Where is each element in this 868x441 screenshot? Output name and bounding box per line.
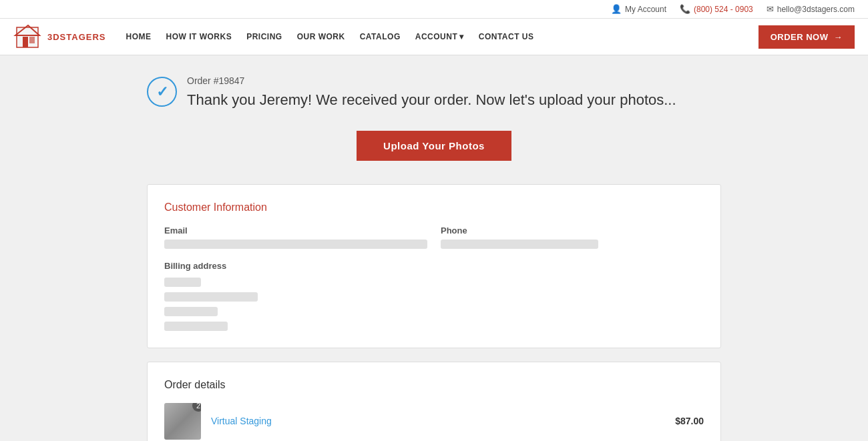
customer-info-title: Customer Information [164, 201, 704, 213]
phone-number: (800) 524 - 0903 [694, 5, 753, 14]
nav-home[interactable]: HOME [126, 32, 152, 41]
email-address: hello@3dstagers.com [777, 5, 855, 14]
account-label: My Account [625, 5, 666, 14]
svg-rect-2 [23, 37, 28, 47]
order-number: Order #19847 [187, 75, 676, 86]
billing-lines [164, 278, 704, 331]
email-icon: ✉ [767, 4, 774, 14]
main-content: ✓ Order #19847 Thank you Jeremy! We rece… [134, 55, 734, 441]
account-link[interactable]: 👤 My Account [611, 4, 666, 14]
email-field: Email [164, 226, 427, 249]
billing-label: Billing address [164, 261, 704, 271]
email-label: Email [164, 226, 427, 236]
billing-line-4 [164, 322, 228, 331]
contact-info-grid: Email Phone [164, 226, 704, 249]
product-name[interactable]: Virtual Staging [211, 416, 665, 426]
order-message: Thank you Jeremy! We received your order… [187, 90, 676, 111]
order-details-title: Order details [164, 379, 704, 391]
chevron-down-icon: ▾ [459, 32, 464, 41]
phone-value-blurred [441, 240, 598, 249]
order-confirmation: ✓ Order #19847 Thank you Jeremy! We rece… [147, 75, 721, 111]
nav-links: HOME HOW IT WORKS PRICING OUR WORK CATAL… [126, 32, 758, 41]
email-value-blurred [164, 240, 427, 249]
billing-line-2 [164, 292, 258, 302]
order-now-button[interactable]: ORDER NOW → [758, 25, 855, 49]
nav-account-label: ACCOUNT [415, 32, 458, 41]
nav-catalog[interactable]: CATALOG [360, 32, 401, 41]
phone-icon: 📞 [680, 4, 690, 14]
nav-how-it-works[interactable]: HOW IT WORKS [166, 32, 232, 41]
billing-section: Billing address [164, 261, 704, 331]
top-bar: 👤 My Account 📞 (800) 524 - 0903 ✉ hello@… [0, 0, 868, 19]
upload-section: Upload Your Photos [147, 131, 721, 161]
order-text: Order #19847 Thank you Jeremy! We receiv… [187, 75, 676, 111]
logo-text: 3DSTAGERS [47, 32, 106, 42]
phone-label: Phone [441, 226, 704, 236]
billing-line-1 [164, 278, 201, 287]
logo[interactable]: 3DSTAGERS [13, 22, 106, 52]
nav-contact-us[interactable]: CONTACT US [479, 32, 534, 41]
nav-account[interactable]: ACCOUNT ▾ [415, 32, 464, 41]
order-item-row: 2 Virtual Staging $87.00 [164, 403, 704, 441]
order-details-card: Order details 2 Virtual Staging $87.00 S… [147, 362, 721, 441]
svg-rect-3 [29, 37, 35, 43]
product-thumbnail: 2 [164, 403, 201, 440]
checkmark-icon: ✓ [156, 83, 168, 101]
nav-our-work[interactable]: OUR WORK [297, 32, 345, 41]
phone-info: 📞 (800) 524 - 0903 [680, 4, 753, 14]
logo-icon [13, 22, 43, 52]
billing-line-3 [164, 307, 218, 316]
check-circle: ✓ [147, 77, 177, 107]
product-price: $87.00 [675, 416, 704, 426]
main-nav: 3DSTAGERS HOME HOW IT WORKS PRICING OUR … [0, 19, 868, 55]
phone-field: Phone [441, 226, 704, 249]
account-icon: 👤 [611, 4, 622, 14]
email-info: ✉ hello@3dstagers.com [767, 4, 855, 14]
order-now-label: ORDER NOW [771, 32, 829, 42]
nav-pricing[interactable]: PRICING [246, 32, 282, 41]
customer-info-card: Customer Information Email Phone Billing… [147, 184, 721, 348]
arrow-right-icon: → [834, 32, 843, 42]
upload-photos-button[interactable]: Upload Your Photos [357, 131, 511, 161]
